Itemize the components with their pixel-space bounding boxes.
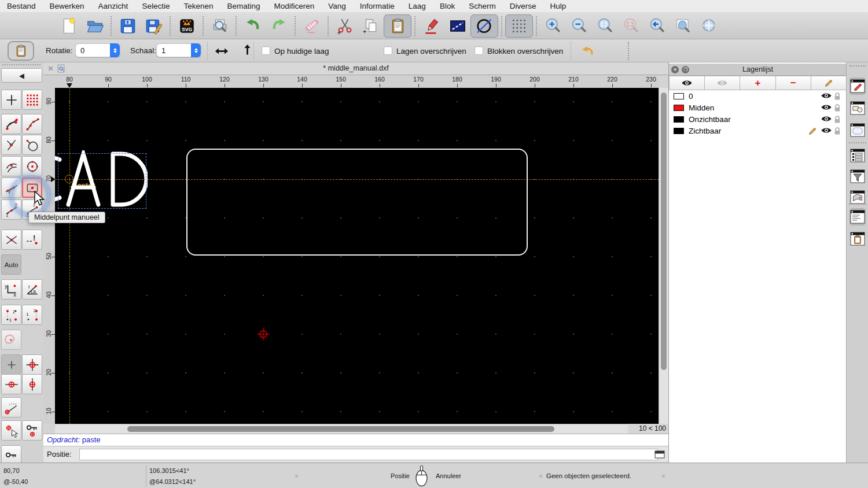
rounded-rectangle-entity[interactable] [186,149,528,256]
coord-cartesian-button[interactable]: yx [1,279,21,300]
snap-grid-button[interactable] [22,90,42,110]
menu-vang[interactable]: Vang [328,2,346,10]
panel-clipboard-toggle-icon[interactable] [849,230,866,247]
layer-lock-icon[interactable] [834,92,844,101]
print-preview-icon[interactable] [207,14,233,38]
menu-diverse[interactable]: Diverse [510,2,536,10]
collapse-palette-button[interactable]: ◀ [1,68,42,83]
layer-lock-icon[interactable] [834,127,844,135]
layer-row-0[interactable]: 0 [669,91,847,102]
export-svg-icon[interactable]: SVG [174,14,200,38]
remove-layer-button[interactable]: − [776,76,811,90]
pen-attributes-icon[interactable] [418,14,444,38]
menu-modificeren[interactable]: Modificeren [274,2,315,10]
back-undo-icon[interactable] [576,44,598,58]
zoom-auto-icon[interactable] [592,14,618,38]
zoom-previous-icon[interactable] [644,14,670,38]
grid-toggle-icon[interactable] [505,14,533,38]
flip-horizontal-icon[interactable] [212,44,231,58]
snap-intersection-arcs-button[interactable] [1,156,21,176]
new-file-icon[interactable] [56,14,82,38]
lock-relative-zero-button[interactable] [22,420,42,441]
snap-endpoints-button[interactable] [1,114,21,134]
panel-filter-toggle-icon[interactable] [849,168,866,185]
menu-bewerken[interactable]: Bewerken [50,2,84,10]
coord-polar-button[interactable]: ra [22,279,42,300]
position-input[interactable] [79,449,658,460]
menu-bestand[interactable]: Bestand [7,2,36,10]
scale-stepper-icon[interactable] [191,43,201,57]
menu-bemating[interactable]: Bemating [227,2,260,10]
save-as-icon[interactable] [141,14,167,38]
vertical-scrollbar-thumb[interactable] [661,93,667,370]
edit-layer-button[interactable] [811,76,847,90]
command-keyboard-icon[interactable] [654,449,665,459]
snap-tangent-button[interactable] [1,178,21,198]
layer-row-midden[interactable]: Midden [669,102,847,114]
line-attributes-icon[interactable] [444,14,470,38]
rotation-stepper-icon[interactable] [110,43,120,57]
add-layer-button[interactable]: + [740,76,775,90]
menu-tekenen[interactable]: Tekenen [183,2,213,10]
vertical-scrollbar[interactable] [659,88,668,424]
snap-distance-button[interactable]: 12 [1,199,21,220]
layer-visibility-eye-icon[interactable] [821,127,831,135]
hide-all-layers-button[interactable] [705,76,740,90]
snap-intersection-button[interactable] [1,230,21,250]
redo-icon[interactable] [266,14,292,38]
snap-center-button[interactable] [22,156,42,176]
copy-icon[interactable] [358,14,384,38]
snap-auto-button[interactable]: Auto [1,254,21,275]
panel-layer-list-toggle-icon[interactable] [849,147,866,164]
snap-free-button[interactable] [1,90,21,110]
menu-blok[interactable]: Blok [440,2,455,10]
circle-attributes-icon[interactable] [470,14,498,38]
snap-angle-button[interactable] [1,397,21,417]
horizontal-scrollbar[interactable] [55,424,628,434]
scale-combobox[interactable]: 1 [156,43,201,57]
cut-icon[interactable] [332,14,358,38]
checkbox-current-layer[interactable] [262,46,270,55]
menu-informatie[interactable]: Informatie [360,2,395,10]
delete-entities-icon[interactable] [299,14,325,38]
layer-visibility-eye-icon[interactable] [821,103,831,112]
panel-command-toggle-icon[interactable] [849,208,866,225]
menu-selectie[interactable]: Selectie [142,2,170,10]
layer-row-onzichtbaar[interactable]: Onzichtbaar [669,114,847,125]
snap-on-entity-button[interactable] [22,114,42,134]
rotation-combobox[interactable]: 0 [75,43,120,57]
menu-scherm[interactable]: Scherm [469,2,496,10]
menu-laag[interactable]: Laag [409,2,426,10]
drawing-canvas[interactable]: Raster [55,88,659,424]
zoom-out-icon[interactable] [566,14,592,38]
checkbox-override-blocks[interactable] [475,46,483,55]
checkbox-override-layers[interactable] [384,46,392,55]
restrict-nothing-button[interactable] [1,354,21,375]
order-forward-button[interactable]: 12 [1,305,21,325]
snap-perpendicular-button[interactable] [1,135,21,155]
restrict-vertical-button[interactable] [22,374,42,394]
layer-lock-icon[interactable] [834,103,844,112]
restrict-orthogonal-button[interactable] [22,354,42,375]
undo-icon[interactable] [240,14,266,38]
snap-intersection-manual-button[interactable]: ! [22,230,42,250]
zoom-pan-icon[interactable] [696,14,722,38]
layer-row-zichtbaar[interactable]: Zichtbaar [669,125,847,137]
zoom-in-icon[interactable] [540,14,566,38]
paste-icon[interactable] [384,14,411,38]
set-relative-zero-button[interactable] [1,420,21,441]
restrict-horizontal-button[interactable] [1,374,21,394]
layer-lock-icon[interactable] [834,115,844,124]
panel-pen-toggle-icon[interactable] [849,77,866,95]
panel-blocks-toggle-icon[interactable] [849,99,866,117]
order-backward-button[interactable]: 12 [22,305,42,325]
zoom-window-icon[interactable] [670,14,696,38]
menu-hulp[interactable]: Hulp [550,2,566,10]
horizontal-scrollbar-thumb[interactable] [127,426,554,432]
save-icon[interactable] [115,14,141,38]
show-all-layers-button[interactable] [669,76,705,90]
snap-center-handle-button[interactable] [22,135,42,155]
restrict-preview-button[interactable] [1,330,21,350]
layer-visibility-eye-icon[interactable] [821,92,831,101]
panel-library-toggle-icon[interactable] [849,121,866,139]
